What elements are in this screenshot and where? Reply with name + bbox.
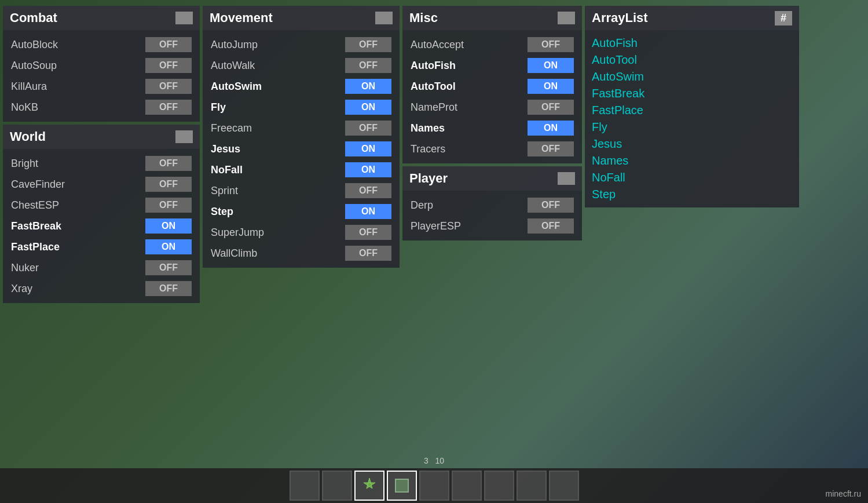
module-toggle-xray[interactable]: OFF [145, 281, 192, 296]
misc-header: Misc [402, 6, 582, 30]
module-name: NoFall [211, 164, 243, 176]
module-toggle-nuker[interactable]: OFF [145, 260, 192, 275]
combat-toggle[interactable] [175, 12, 193, 24]
world-toggle[interactable] [175, 130, 193, 143]
module-toggle-names[interactable]: ON [528, 121, 574, 136]
misc-title: Misc [409, 10, 438, 25]
module-name: KillAura [11, 81, 47, 93]
arraylist-item: AutoTool [592, 52, 792, 68]
world-panel: World BrightOFFCaveFinderOFFChestESPOFFF… [3, 125, 200, 303]
module-toggle-chestesp[interactable]: OFF [145, 198, 192, 213]
module-toggle-playeresp[interactable]: OFF [528, 218, 574, 234]
module-name: ChestESP [11, 199, 59, 212]
module-toggle-bright[interactable]: OFF [145, 156, 192, 171]
module-name: SuperJump [211, 227, 264, 239]
module-toggle-wallclimb[interactable]: OFF [345, 246, 391, 261]
module-name: Sprint [211, 185, 238, 197]
module-toggle-nameprot[interactable]: OFF [528, 100, 574, 115]
module-name: AutoAccept [411, 39, 464, 51]
hotbar-slot-9 [549, 471, 579, 501]
module-toggle-step[interactable]: ON [345, 204, 391, 219]
module-row: BrightOFF [8, 154, 195, 173]
world-header: World [3, 125, 200, 149]
movement-toggle[interactable] [375, 12, 393, 24]
module-row: XrayOFF [8, 279, 195, 298]
hash-button[interactable]: # [775, 11, 792, 25]
module-name: AutoTool [411, 81, 456, 93]
module-name: Names [411, 122, 445, 134]
misc-content: AutoAcceptOFFAutoFishONAutoToolONNamePro… [402, 30, 582, 163]
module-toggle-derp[interactable]: OFF [528, 198, 574, 213]
module-name: PlayerESP [411, 220, 461, 232]
module-row: NameProtOFF [407, 97, 577, 117]
module-row: SprintOFF [207, 181, 395, 201]
module-toggle-nokb[interactable]: OFF [145, 100, 192, 115]
movement-content: AutoJumpOFFAutoWalkOFFAutoSwimONFlyONFre… [203, 30, 400, 268]
module-toggle-sprint[interactable]: OFF [345, 183, 391, 198]
player-panel: Player DerpOFFPlayerESPOFF [402, 166, 582, 240]
module-row: NoKBOFF [8, 97, 195, 117]
misc-toggle[interactable] [558, 12, 575, 24]
module-toggle-autosoup[interactable]: OFF [145, 58, 192, 73]
module-toggle-autoblock[interactable]: OFF [145, 37, 192, 52]
module-toggle-autowalk[interactable]: OFF [345, 58, 391, 73]
module-name: FastPlace [11, 241, 60, 253]
module-row: FastBreakON [8, 216, 195, 236]
svg-marker-0 [364, 478, 375, 489]
hotbar-slot-7 [484, 471, 514, 501]
module-name: Bright [11, 158, 38, 170]
module-toggle-nofall[interactable]: ON [345, 162, 391, 177]
module-toggle-jesus[interactable]: ON [345, 141, 391, 156]
module-toggle-autofish[interactable]: ON [528, 58, 574, 73]
module-name: Nuker [11, 262, 39, 274]
module-row: SuperJumpOFF [207, 223, 395, 242]
module-toggle-fastplace[interactable]: ON [145, 239, 192, 254]
movement-title: Movement [210, 10, 273, 25]
module-row: JesusON [207, 139, 395, 159]
player-content: DerpOFFPlayerESPOFF [402, 191, 582, 240]
module-toggle-autotool[interactable]: ON [528, 79, 574, 94]
arraylist-item: NoFall [592, 169, 792, 186]
module-name: NoKB [11, 101, 38, 114]
module-name: Freecam [211, 122, 252, 134]
arraylist-item: FastBreak [592, 85, 792, 102]
module-name: AutoBlock [11, 39, 58, 51]
player-title: Player [409, 171, 448, 186]
arraylist-title: ArrayList [592, 10, 648, 25]
left-column: Combat AutoBlockOFFAutoSoupOFFKillAuraOF… [3, 6, 200, 303]
hotbar-slot-8 [517, 471, 547, 501]
module-toggle-fly[interactable]: ON [345, 100, 391, 115]
module-toggle-superjump[interactable]: OFF [345, 225, 391, 240]
module-toggle-autojump[interactable]: OFF [345, 37, 391, 52]
world-content: BrightOFFCaveFinderOFFChestESPOFFFastBre… [3, 149, 200, 303]
arraylist-content: AutoFishAutoToolAutoSwimFastBreakFastPla… [585, 30, 799, 207]
module-row: AutoAcceptOFF [407, 35, 577, 54]
player-toggle[interactable] [558, 172, 575, 185]
module-toggle-killaura[interactable]: OFF [145, 79, 192, 94]
module-toggle-freecam[interactable]: OFF [345, 121, 391, 136]
module-row: TracersOFF [407, 139, 577, 159]
module-name: FastBreak [11, 220, 61, 232]
module-row: StepON [207, 202, 395, 221]
movement-panel: Movement AutoJumpOFFAutoWalkOFFAutoSwimO… [203, 6, 400, 268]
module-name: Tracers [411, 143, 445, 155]
module-name: Step [211, 206, 233, 218]
module-name: AutoFish [411, 60, 456, 72]
combat-panel: Combat AutoBlockOFFAutoSoupOFFKillAuraOF… [3, 6, 200, 122]
module-toggle-cavefinder[interactable]: OFF [145, 177, 192, 192]
module-toggle-autoaccept[interactable]: OFF [528, 37, 574, 52]
arraylist-item: FastPlace [592, 102, 792, 119]
module-toggle-tracers[interactable]: OFF [528, 141, 574, 156]
ui-container: Combat AutoBlockOFFAutoSoupOFFKillAuraOF… [3, 6, 799, 303]
module-name: Jesus [211, 143, 240, 155]
arraylist-item: Names [592, 152, 792, 169]
world-title: World [10, 129, 46, 144]
module-name: CaveFinder [11, 178, 65, 191]
module-row: AutoFishON [407, 56, 577, 75]
hotbar-count: 3 10 [424, 456, 444, 465]
module-row: CaveFinderOFF [8, 174, 195, 194]
combat-header: Combat [3, 6, 200, 30]
combat-title: Combat [10, 10, 57, 25]
module-toggle-fastbreak[interactable]: ON [145, 218, 192, 234]
module-toggle-autoswim[interactable]: ON [345, 79, 391, 94]
